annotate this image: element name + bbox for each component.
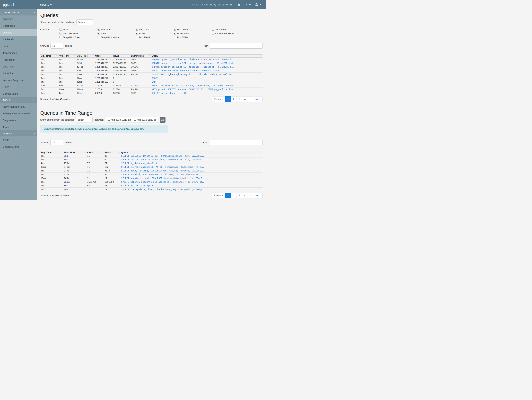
- pagination-page-5[interactable]: 5: [247, 96, 253, 102]
- checkbox-temp-blks-written[interactable]: [98, 36, 100, 38]
- filter-input[interactable]: [210, 43, 263, 49]
- sidebar-item-change-alerts[interactable]: Change Alerts: [0, 143, 37, 150]
- sort-icon[interactable]: ↑↓: [149, 55, 151, 57]
- checkbox-temp-blks-read[interactable]: [59, 36, 62, 38]
- sidebar-item-tablespaces[interactable]: Tablespaces: [0, 50, 37, 56]
- sidebar-item-top-k[interactable]: Topk: [0, 124, 37, 130]
- sidebar-item-diagnostics[interactable]: Diagnostics: [0, 117, 37, 124]
- query-link[interactable]: UPDATE pgbench_branches SET bbalance = b…: [152, 58, 234, 61]
- column-header-avg-time[interactable]: Avg. Time↑↓: [40, 151, 63, 154]
- sort-icon[interactable]: ↑↓: [85, 151, 86, 153]
- sidebar-item-wal-files[interactable]: WAL Files: [0, 63, 37, 70]
- sidebar-item-databases[interactable]: Databases: [0, 22, 37, 29]
- checkbox-disk-read[interactable]: [136, 36, 138, 38]
- checkbox-user[interactable]: [59, 28, 62, 31]
- sort-icon[interactable]: ↑↓: [119, 151, 120, 153]
- sidebar-item-configuration[interactable]: Configuration: [0, 90, 37, 97]
- filter-input-2[interactable]: [210, 140, 263, 145]
- sidebar-item-replication[interactable]: Replication: [0, 56, 37, 63]
- column-option-local-buffer-hit[interactable]: Local Buffer Hit %: [212, 32, 250, 35]
- checkbox-total-time[interactable]: [212, 28, 214, 31]
- sidebar-item-backends[interactable]: Backends: [0, 36, 37, 43]
- pagination-page-4[interactable]: 4: [242, 193, 248, 198]
- checkbox-min-time[interactable]: [98, 28, 100, 31]
- query-link[interactable]: SELECT current_database() AS db, scheman…: [152, 84, 234, 87]
- column-option-disk-write[interactable]: Disk Write: [174, 36, 212, 38]
- query-link[interactable]: SELECT checkpoints_timed, checkpoints_re…: [121, 188, 203, 191]
- pagination-page-2[interactable]: 2: [231, 96, 237, 102]
- sort-icon[interactable]: ↑↓: [260, 55, 262, 57]
- checkbox-rows[interactable]: [136, 32, 138, 34]
- sidebar-item-tablespace-management[interactable]: Tablespace Management: [0, 110, 37, 117]
- checkbox-buffer-hit[interactable]: [174, 32, 176, 34]
- sidebar-item-index-management[interactable]: Index Management: [0, 103, 37, 110]
- column-option-total-time[interactable]: Total Time: [212, 28, 250, 31]
- query-link[interactable]: INSERT INTO pgbench_history (tid, bid, a…: [152, 73, 234, 76]
- query-link[interactable]: BEGIN: [152, 77, 158, 79]
- query-link[interactable]: WITH pc AS (SELECT pubname, COUNT(*) AS …: [152, 88, 234, 91]
- settings-menu-button[interactable]: [255, 3, 261, 6]
- query-link[interactable]: SELECT status, receive_start_lsn, receiv…: [121, 158, 203, 161]
- time-range-input[interactable]: [106, 117, 158, 123]
- checkbox-avg-time[interactable]: [136, 28, 138, 31]
- query-link[interactable]: SELECT current_database() AS db, scheman…: [121, 166, 203, 168]
- column-option-min-time[interactable]: Min. Time: [98, 28, 136, 31]
- pagination-next[interactable]: Next: [253, 96, 263, 102]
- sort-icon[interactable]: ↑↓: [260, 151, 262, 153]
- query-link[interactable]: SELECT S.relid, S.schemaname, S.relname,…: [121, 173, 203, 176]
- pagination-page-1[interactable]: 1: [225, 96, 231, 102]
- checkbox-calls[interactable]: [98, 32, 100, 34]
- sidebar-item-alerts[interactable]: Alerts: [0, 136, 37, 143]
- column-header-buffer-hit[interactable]: Buffer Hit %↑↓: [131, 54, 151, 57]
- column-header-calls[interactable]: Calls↑↓: [87, 151, 104, 154]
- pagination-page-1[interactable]: 1: [225, 193, 231, 198]
- pagination-page-3[interactable]: 3: [236, 96, 242, 102]
- query-link[interactable]: END: [152, 81, 155, 83]
- column-header-rows[interactable]: Rows↑↓: [113, 54, 131, 57]
- sidebar-section-dashboards[interactable]: DASHBOARDS: [0, 9, 37, 15]
- sort-icon[interactable]: ↑↓: [110, 55, 112, 57]
- pagination-page-5[interactable]: 5: [247, 193, 253, 198]
- query-link[interactable]: SELECT archived_count, COALESCE(last_arc…: [121, 177, 203, 179]
- sidebar-section-tools[interactable]: TOOLS: [0, 97, 37, 103]
- database-input-2[interactable]: [76, 117, 93, 123]
- query-link[interactable]: SELECT name, setting, COALESCE(boot_val,…: [121, 169, 203, 172]
- sort-icon[interactable]: ↑↓: [61, 151, 63, 153]
- query-link[interactable]: SELECT pg_table_size($1): [121, 184, 153, 187]
- query-link[interactable]: SELECT pg_database_size($1): [121, 162, 157, 165]
- column-option-max-time[interactable]: Max. Time: [174, 28, 212, 31]
- query-link[interactable]: SELECT COALESCE(datname, $2), COALESCE(u…: [121, 155, 203, 157]
- sort-icon[interactable]: ↑↓: [74, 55, 76, 57]
- column-header-calls[interactable]: Calls↑↓: [95, 54, 113, 57]
- column-header-max-time[interactable]: Max. Time↑↓: [76, 54, 95, 57]
- pagination-previous[interactable]: Previous: [212, 193, 226, 198]
- sidebar-item-locks[interactable]: Locks: [0, 43, 37, 50]
- server-selector[interactable]: server1: [40, 3, 52, 6]
- column-option-std-dev-time[interactable]: Std. Dev. Time: [59, 32, 98, 35]
- notifications-button[interactable]: [237, 3, 241, 6]
- pagination-previous[interactable]: Previous: [212, 96, 226, 102]
- query-link[interactable]: UPDATE pgbench_tellers SET tbalance = tb…: [152, 62, 234, 64]
- sidebar-item-bg-writer[interactable]: BG Writer: [0, 70, 37, 77]
- column-option-temp-blks-written[interactable]: Temp Blks. Written: [98, 36, 136, 38]
- sort-icon[interactable]: ↑↓: [128, 55, 130, 57]
- checkbox-max-time[interactable]: [174, 28, 176, 31]
- entries-count-input[interactable]: [51, 43, 64, 49]
- pagination-page-4[interactable]: 4: [242, 96, 248, 102]
- pagination-page-2[interactable]: 2: [231, 193, 237, 198]
- pagination-next[interactable]: Next: [253, 193, 263, 198]
- column-header-avg-time[interactable]: Avg. Time↑↓: [58, 54, 76, 57]
- sort-icon[interactable]: ↑↓: [93, 55, 94, 57]
- column-option-user[interactable]: User: [59, 28, 98, 31]
- column-option-calls[interactable]: Calls: [98, 32, 136, 35]
- column-header-total-time[interactable]: Total Time↑↓: [63, 151, 87, 154]
- database-input[interactable]: [76, 19, 93, 25]
- sort-icon[interactable]: ↑↓: [102, 151, 103, 153]
- sidebar-item-vacuum-progress[interactable]: Vacuum Progress: [0, 77, 37, 83]
- column-header-min-time[interactable]: Min. Time↑↓: [40, 54, 58, 57]
- sort-icon[interactable]: ↑↓: [56, 55, 57, 57]
- entries-count-input-2[interactable]: [51, 140, 64, 145]
- column-header-query[interactable]: Query↑↓: [121, 151, 263, 154]
- column-header-query[interactable]: Query↑↓: [151, 54, 263, 57]
- checkbox-std-dev-time[interactable]: [59, 32, 62, 34]
